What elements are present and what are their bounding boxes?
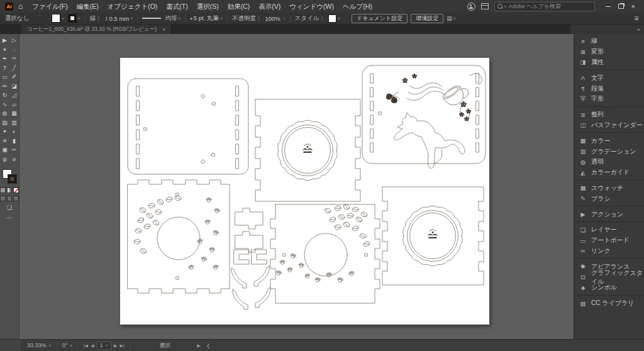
style-dropdown[interactable]: ˅ [328, 14, 340, 23]
width-tool[interactable]: ∿ [0, 100, 9, 109]
last-artboard-icon[interactable]: ▶| [119, 343, 125, 348]
restore-button[interactable] [618, 4, 624, 9]
lasso-tool[interactable]: ◌ [9, 45, 19, 55]
perspective-grid-tool[interactable]: ▦ [9, 109, 19, 118]
panel-cc-libraries[interactable]: ▤ CC ライブラリ [574, 298, 644, 309]
fill-swatch[interactable] [52, 14, 60, 23]
edit-toolbar-button[interactable]: ⋯ [0, 214, 19, 221]
stroke-color-picker[interactable]: ˅ [68, 14, 80, 23]
panel-gradient[interactable]: ▥ グラデーション [574, 146, 644, 157]
panel-transparency[interactable]: ◍ 透明 [574, 157, 644, 167]
draw-behind-mode[interactable] [7, 196, 13, 201]
menu-item[interactable]: ファイル(F) [28, 0, 72, 13]
next-artboard-icon[interactable]: ▶ [114, 343, 118, 348]
slice-tool[interactable]: ✂ [9, 145, 19, 155]
small-clip-pieces[interactable] [235, 208, 263, 252]
panel-transform[interactable]: ⊞ 変形 [574, 47, 644, 57]
rotate-tool[interactable]: ↻ [0, 91, 9, 100]
line-segment-tool[interactable]: ╱ [9, 64, 19, 73]
brush-dropdown[interactable]: • 5 pt. 丸筆 ˅ [190, 14, 223, 23]
stroke-swatch[interactable] [68, 14, 77, 23]
menu-item[interactable]: 効果(C) [223, 0, 255, 13]
bracket-pieces[interactable] [234, 250, 267, 264]
first-artboard-icon[interactable]: |◀ [83, 343, 88, 348]
free-transform-tool[interactable]: ▱ [9, 100, 19, 109]
panel-align[interactable]: ≣ 整列 [574, 109, 644, 120]
control-panel-menu[interactable]: ▤ ˅ [447, 15, 456, 21]
zoom-level-dropdown[interactable]: 33.33% ˅ [22, 340, 57, 351]
draw-normal-mode[interactable] [0, 196, 6, 201]
close-button[interactable]: × [631, 3, 635, 10]
side-panel-beans-center[interactable] [270, 203, 380, 303]
hand-tool[interactable]: ψ [0, 155, 9, 164]
magic-wand-tool[interactable]: ✶ [0, 45, 9, 55]
document-tab[interactable]: コーヒー1_600_430.ai* @ 33.33 % (RGB/プレビュー) … [21, 25, 172, 35]
style-swatch[interactable] [328, 14, 336, 23]
stroke-profile-dropdown[interactable]: 均等 ˅ [142, 14, 180, 23]
preferences-button[interactable]: 環境設定 [411, 14, 443, 23]
help-search-input[interactable]: ˅ Adobe ヘルプを検索 [494, 2, 595, 11]
direct-selection-tool[interactable]: ▷ [9, 36, 19, 45]
chevron-right-icon[interactable]: › [284, 16, 286, 21]
menu-item[interactable]: 書式(T) [162, 0, 192, 13]
menu-item[interactable]: 選択(S) [192, 0, 223, 13]
pencil-tool[interactable]: ✏ [0, 82, 9, 91]
stroke-weight-value[interactable]: 0.5 mm [109, 15, 130, 22]
fill-color-picker[interactable]: ˅ [52, 14, 64, 23]
screen-mode-button[interactable]: ❏ [0, 204, 19, 211]
artboard-number-dropdown[interactable]: 1 ˅ [97, 342, 111, 350]
panel-layers[interactable]: ❏ レイヤー [574, 225, 644, 235]
gradient-button[interactable] [7, 187, 13, 193]
paintbrush-tool[interactable]: ✐ [9, 72, 19, 82]
color-button[interactable] [0, 187, 6, 193]
stroke-weight-field[interactable]: ▲▼ 0.5 mm ˅ [105, 15, 133, 22]
type-tool[interactable]: T [0, 64, 9, 73]
eraser-tool[interactable]: ◪ [9, 82, 19, 91]
side-panel-beans-left[interactable] [128, 180, 230, 293]
mesh-tool[interactable]: ▤ [0, 118, 9, 128]
menu-item[interactable]: 表示(V) [254, 0, 285, 13]
panel-swatches[interactable]: ▦ スウォッチ [574, 183, 644, 194]
rotation-dropdown[interactable]: 0° ˅ [57, 340, 79, 351]
pen-tool[interactable]: ✒ [0, 54, 9, 64]
stroke-color-indicator[interactable] [8, 174, 17, 184]
scale-tool[interactable]: ◿ [9, 91, 19, 100]
document-setup-button[interactable]: ドキュメント設定 [352, 14, 408, 23]
menu-item[interactable]: 編集(E) [72, 0, 103, 13]
minimize-button[interactable] [606, 6, 611, 7]
rectangle-tool[interactable]: ▭ [0, 72, 9, 82]
account-icon[interactable] [467, 3, 475, 11]
play-icon[interactable]: ▶ [197, 343, 201, 348]
selection-tool[interactable]: ▶ [0, 36, 9, 45]
close-icon[interactable]: × [162, 26, 165, 33]
zoom-tool[interactable]: ⌀ [9, 155, 19, 164]
home-icon[interactable]: ⌂ [18, 2, 23, 11]
opacity-value[interactable]: 100% [265, 15, 280, 22]
menu-item[interactable]: オブジェクト(O) [103, 0, 162, 13]
panel-character[interactable]: A 文字 [574, 72, 644, 83]
curvature-tool[interactable]: ✑ [9, 54, 19, 64]
panel-paragraph[interactable]: ¶ 段落 [574, 83, 644, 94]
draw-inside-mode[interactable] [13, 196, 19, 201]
artboard-tool[interactable]: ▣ [0, 145, 9, 155]
shape-builder-tool[interactable]: ◍ [0, 109, 9, 118]
panel-list-icon[interactable]: ≣ [634, 15, 644, 21]
side-panel-badge-right[interactable] [382, 187, 484, 285]
arrange-documents-icon[interactable] [481, 3, 489, 9]
panel-artboards[interactable]: ▭ アートボード [574, 235, 644, 246]
fill-stroke-widget[interactable] [3, 169, 17, 184]
side-panel-badge-top[interactable] [255, 99, 360, 201]
eyedropper-tool[interactable]: ✦ [0, 127, 9, 136]
crescent-pieces[interactable] [231, 266, 270, 309]
gradient-tool[interactable]: ▥ [9, 118, 19, 128]
blend-tool[interactable]: ◐ [9, 127, 19, 136]
symbol-sprayer-tool[interactable]: ✳ [0, 136, 9, 146]
canvas[interactable] [19, 34, 574, 340]
artboard[interactable] [120, 58, 489, 325]
previous-artboard-icon[interactable]: ◀ [91, 343, 94, 348]
column-graph-tool[interactable]: ▮ [9, 136, 19, 146]
panel-stroke[interactable]: ≡ 線 [574, 36, 644, 47]
stepper-icon[interactable]: ▲▼ [105, 16, 108, 21]
lid-panel-top-left[interactable] [128, 79, 248, 174]
menu-item[interactable]: ウィンドウ(W) [285, 0, 338, 13]
